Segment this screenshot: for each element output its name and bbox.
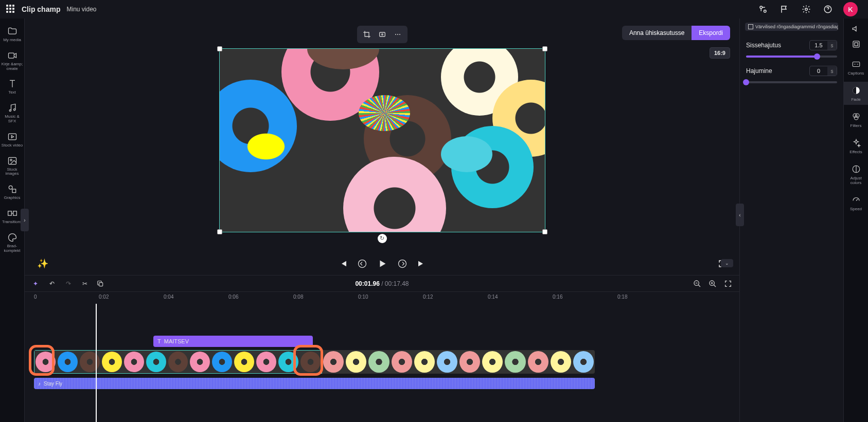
user-avatar[interactable]: K	[843, 2, 858, 16]
video-clip-1[interactable]	[34, 350, 322, 374]
step-back-button[interactable]	[357, 259, 367, 269]
text-clip-label: MAITSEV	[164, 338, 189, 344]
tab-fade[interactable]: Fade	[844, 82, 868, 105]
undo-button[interactable]: ↶	[47, 280, 57, 287]
ruler-mark: 0:12	[423, 294, 433, 300]
color-tab-icon[interactable]	[851, 39, 861, 49]
sidebar-item-label: Stock images	[1, 168, 23, 177]
video-clip-2[interactable]	[322, 350, 595, 374]
sidebar-item-graphics[interactable]: Graphics	[0, 181, 24, 203]
ai-magic-button[interactable]: ✨	[37, 258, 48, 269]
adjust-icon	[851, 163, 862, 175]
redo-button[interactable]: ↷	[64, 280, 73, 287]
speed-icon	[851, 194, 862, 206]
transitions-icon	[7, 208, 18, 219]
svg-rect-21	[99, 282, 103, 286]
fit-button[interactable]	[375, 28, 390, 41]
sidebar-item-music[interactable]: Music & SFX	[0, 100, 24, 126]
sidebar-item-label: Transitions	[2, 220, 22, 225]
sidebar-item-record[interactable]: Kirje &amp; create	[0, 48, 24, 74]
preview-toolbar	[357, 26, 408, 43]
audio-tab-icon[interactable]	[851, 24, 861, 34]
fade-out-value-box[interactable]: 0s	[809, 66, 837, 76]
skip-forward-button[interactable]	[417, 259, 426, 268]
sidebar-item-brand-kit[interactable]: Brad-komplekt	[0, 230, 24, 255]
resize-handle-br[interactable]	[542, 229, 547, 234]
tab-speed[interactable]: Speed	[844, 191, 868, 214]
fade-in-slider[interactable]	[746, 56, 837, 58]
step-forward-button[interactable]	[397, 259, 408, 269]
sidebar-item-label: Stock video	[2, 143, 23, 148]
resize-handle-bl[interactable]	[217, 229, 222, 234]
playhead[interactable]	[96, 304, 97, 422]
sidebar-item-label: Text	[8, 90, 16, 95]
tab-filters[interactable]: Filters	[844, 108, 868, 131]
timeline-toolbar: ⌄ ✦ ↶ ↷ ✂ 00:01.96 / 00:17.48	[25, 275, 739, 291]
fade-out-value[interactable]: 0	[810, 66, 827, 76]
svg-rect-24	[853, 41, 859, 47]
selected-clip-chip[interactable]: Värvilised rõngasdiagrammid rõngasdiagra…	[745, 23, 838, 31]
more-options-button[interactable]	[390, 28, 405, 41]
svg-rect-4	[8, 53, 14, 58]
share-button[interactable]: Anna ühiskasutusse	[622, 26, 692, 40]
settings-icon[interactable]	[800, 3, 812, 15]
preview-canvas[interactable]: ↻	[219, 48, 545, 232]
app-launcher-icon[interactable]	[6, 5, 15, 14]
copy-button[interactable]	[97, 280, 106, 287]
tab-adjust-colors[interactable]: Adjust colors	[844, 160, 868, 188]
resize-handle-tr[interactable]	[542, 46, 547, 51]
svg-point-30	[854, 116, 858, 120]
clip-thumb-icon	[748, 24, 753, 29]
ruler-mark: 0:06	[228, 294, 238, 300]
resize-handle-tl[interactable]	[217, 46, 222, 51]
filters-icon	[851, 111, 862, 122]
timeline-ruler[interactable]: 0 0:02 0:04 0:06 0:08 0:10 0:12 0:14 0:1…	[25, 291, 739, 304]
sidebar-item-text[interactable]: Text	[0, 76, 24, 97]
zoom-fit-button[interactable]	[724, 280, 733, 288]
zoom-in-button[interactable]	[708, 280, 718, 288]
svg-point-15	[381, 34, 383, 35]
collapse-timeline-button[interactable]: ⌄	[721, 259, 733, 267]
sidebar-item-stock-images[interactable]: Stock images	[0, 153, 24, 179]
fade-in-value-box[interactable]: 1.5s	[809, 40, 837, 50]
project-title[interactable]: Minu video	[66, 6, 96, 13]
export-button[interactable]: Ekspordi	[692, 26, 730, 40]
tab-label: Filters	[851, 123, 862, 128]
svg-point-1	[764, 10, 767, 13]
sidebar-item-stock-video[interactable]: Stock video	[0, 129, 24, 150]
flag-icon[interactable]	[778, 3, 791, 15]
camera-icon	[7, 50, 18, 61]
tab-effects[interactable]: Effects	[844, 134, 868, 157]
collapse-right-panel-button[interactable]: ‹	[736, 204, 744, 226]
crop-button[interactable]	[359, 28, 375, 41]
aspect-ratio-button[interactable]: 16:9	[710, 47, 730, 59]
zoom-out-button[interactable]	[693, 280, 702, 288]
timeline-tracks[interactable]: T MAITSEV ♪ Stay Fly	[25, 304, 739, 422]
play-button[interactable]	[377, 258, 388, 269]
split-button[interactable]: ✂	[80, 280, 90, 287]
ruler-mark: 0:18	[617, 294, 627, 300]
skip-back-button[interactable]	[339, 259, 348, 268]
sidebar-item-my-media[interactable]: My media	[0, 24, 24, 45]
svg-rect-8	[8, 157, 16, 164]
folder-icon	[7, 26, 18, 37]
slider-knob[interactable]	[743, 79, 749, 85]
fade-in-value[interactable]: 1.5	[810, 41, 827, 50]
text-clip[interactable]: T MAITSEV	[153, 336, 313, 347]
svg-rect-25	[855, 43, 858, 46]
palette-icon	[7, 232, 18, 243]
video-track	[34, 350, 595, 374]
tab-captions[interactable]: Captions	[844, 56, 868, 79]
rotate-handle[interactable]: ↻	[378, 234, 387, 243]
help-icon[interactable]	[822, 3, 834, 15]
svg-point-18	[399, 34, 400, 35]
audio-clip[interactable]: ♪ Stay Fly	[34, 378, 595, 389]
fade-icon	[851, 85, 862, 96]
video-icon	[7, 131, 18, 142]
svg-point-5	[9, 110, 11, 112]
total-time: 00:17.48	[385, 280, 409, 287]
upgrade-icon[interactable]	[757, 3, 769, 15]
add-track-button[interactable]: ✦	[31, 280, 40, 287]
fade-out-slider[interactable]	[746, 81, 837, 83]
slider-knob[interactable]	[814, 53, 820, 60]
